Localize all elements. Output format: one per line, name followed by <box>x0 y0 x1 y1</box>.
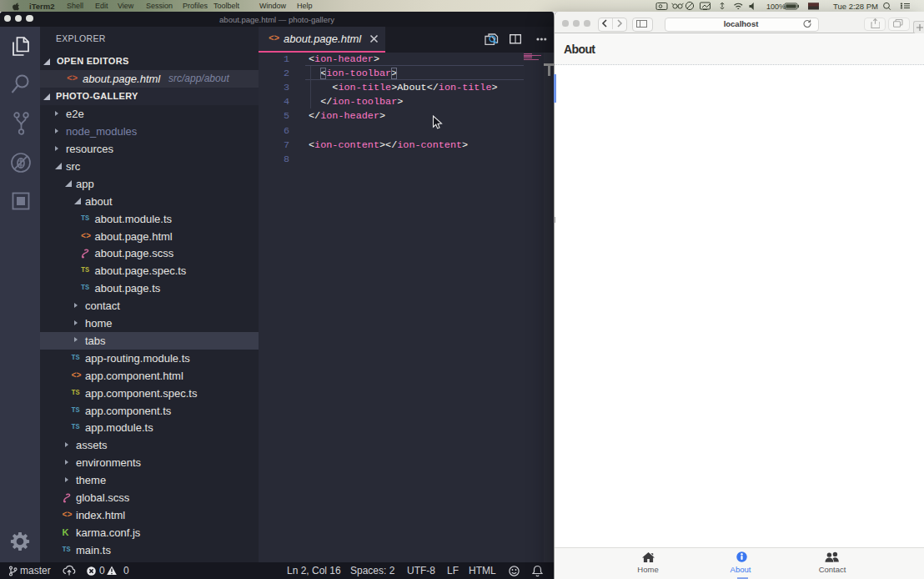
svg-text:Tue 2:28 PM: Tue 2:28 PM <box>833 2 878 11</box>
svg-text:100%: 100% <box>766 3 786 11</box>
